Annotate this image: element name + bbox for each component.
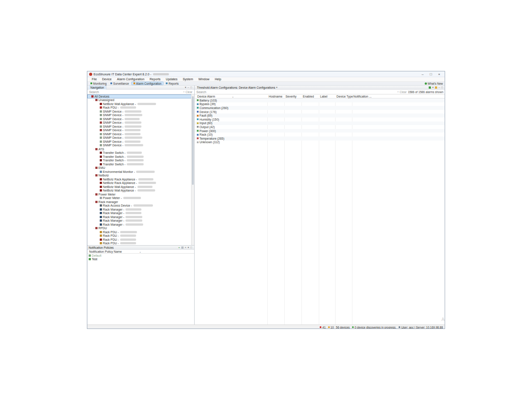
tree-item[interactable]: Rack PDU - — [87, 230, 194, 234]
close-button[interactable]: × — [438, 71, 440, 77]
device-alarm-row[interactable]: Device (176) — [195, 110, 445, 114]
column-header[interactable]: Device Alarm — [197, 94, 215, 98]
column-header[interactable]: Hostname — [269, 94, 282, 98]
column-header[interactable]: Notification ... — [353, 94, 372, 98]
tree-scrollbar[interactable] — [191, 94, 194, 245]
menu-item[interactable]: Device — [99, 77, 114, 82]
view-toolbar-icon[interactable]: ▾ — [185, 86, 186, 90]
tree-item[interactable]: - Power Meter — [87, 192, 194, 196]
clear-alarms-button[interactable]: × Clear — [397, 90, 407, 94]
tree-item[interactable]: - EMU — [87, 166, 194, 170]
tree-item[interactable]: Environmental Monitor - — [87, 170, 194, 174]
device-alarm-row[interactable]: Humidity (150) — [195, 117, 445, 121]
tree-item[interactable]: - ATS — [87, 147, 194, 151]
policy-row[interactable]: Default — [87, 254, 194, 258]
alarm-search-input[interactable]: Search — [196, 90, 397, 94]
tree-item[interactable]: Rack PDU - — [87, 238, 194, 242]
alarm-view-title[interactable]: Threshold Alarm Configurations: Device A… — [196, 86, 276, 89]
tree-item[interactable]: Rack Manager - — [87, 207, 194, 211]
menu-item[interactable]: Updates — [163, 77, 180, 82]
tree-item[interactable]: SNMP Device - — [87, 117, 194, 121]
tree-item[interactable]: Rack PDU - — [87, 242, 194, 246]
navigation-tab[interactable]: Navigation — [89, 86, 106, 90]
policy-row[interactable]: Test — [87, 258, 194, 262]
tree-item[interactable]: - Netbotz — [87, 174, 194, 178]
maximize-button[interactable]: □ — [430, 71, 432, 77]
minimize-button[interactable]: – — [422, 71, 423, 77]
tree-item[interactable]: Transfer Switch - — [87, 155, 194, 159]
tree-item[interactable]: - RPDU — [87, 227, 194, 231]
device-alarm-row[interactable]: Bypass (39) — [195, 102, 445, 106]
device-alarm-row[interactable]: Battery (103) — [195, 98, 445, 102]
search-input[interactable]: Search — [89, 90, 183, 94]
tree-item[interactable]: SNMP Device - — [87, 113, 194, 117]
tree-item[interactable]: Rack Manager - — [87, 219, 194, 223]
tree-scrollbar-thumb[interactable] — [192, 96, 194, 185]
alarm-toolbar-icon[interactable] — [429, 86, 431, 89]
tree-item[interactable]: SNMP Device - — [87, 140, 194, 144]
policy-toolbar-icon[interactable]: ▾ — [188, 246, 189, 250]
tree-item[interactable]: - Unassigned — [87, 98, 194, 102]
menu-item[interactable]: Reports — [147, 77, 164, 82]
alarm-toolbar-icon[interactable]: ▾ — [432, 86, 434, 90]
device-alarm-row[interactable]: Unknown (112) — [195, 141, 445, 145]
tree-item[interactable]: Rack PDU - — [87, 234, 194, 238]
tree-item[interactable]: NetBotz Wall Appliance - — [87, 185, 194, 189]
device-alarm-row[interactable]: Fault (69) — [195, 113, 445, 117]
tree-item[interactable]: NetBotz Rack Appliance - — [87, 177, 194, 181]
tree-item[interactable]: SNMP Device - — [87, 110, 194, 113]
tree-item[interactable]: Power Meter - — [87, 196, 194, 200]
tree-item[interactable]: NetBotz Rack Appliance - — [87, 181, 194, 185]
menu-item[interactable]: File — [89, 77, 99, 82]
tree-item[interactable]: Transfer Switch - — [87, 162, 194, 166]
perspective-tab[interactable]: Reports — [164, 82, 180, 85]
device-alarm-row[interactable]: Input (60) — [195, 121, 445, 125]
column-header[interactable]: Label — [320, 94, 328, 98]
tree-item[interactable]: NetBotz Wall Appliance - — [87, 189, 194, 193]
tree-item[interactable]: Rack Manager - — [87, 215, 194, 219]
perspective-tab[interactable]: Monitoring — [89, 82, 108, 85]
clear-search-button[interactable]: × Clear — [183, 90, 192, 94]
device-alarm-row[interactable]: Power (300) — [195, 129, 445, 133]
tree-item[interactable]: Transfer Switch - — [87, 151, 194, 155]
device-alarm-row[interactable]: Rack (10) — [195, 133, 445, 137]
alarm-toolbar-icon[interactable]: □ — [441, 86, 443, 90]
device-alarm-row[interactable]: Output (42) — [195, 125, 445, 129]
tree-item[interactable]: - Rack manager — [87, 200, 194, 204]
tree-item[interactable]: Transfer Switch - — [87, 159, 194, 163]
device-alarm-row[interactable]: Temperature (265) — [195, 137, 445, 141]
tree-item[interactable]: SNMP Device - — [87, 136, 194, 140]
tree-item[interactable]: SNMP Device - — [87, 144, 194, 148]
column-header[interactable]: Severity — [286, 94, 297, 98]
tree-item[interactable]: SNMP Device - — [87, 129, 194, 133]
policy-toolbar-icon[interactable]: + — [178, 246, 180, 250]
view-toolbar-icon[interactable]: □ — [190, 86, 192, 90]
view-menu-icon[interactable]: ▾ — [276, 86, 278, 90]
alarm-toolbar-icon[interactable] — [435, 86, 437, 89]
alarm-toolbar-icon[interactable]: – — [438, 86, 440, 90]
column-header[interactable]: Enabled — [303, 94, 314, 98]
menu-item[interactable]: Window — [196, 77, 212, 82]
perspective-tab[interactable]: Surveillance — [109, 82, 130, 85]
view-toolbar-icon[interactable]: – — [188, 86, 189, 90]
policy-toolbar-icon[interactable]: × — [185, 246, 187, 250]
tree-item[interactable]: Rack Manager - — [87, 211, 194, 215]
device-alarm-row[interactable]: Communication (260) — [195, 106, 445, 110]
tree-item[interactable]: Rack Access Device - — [87, 204, 194, 208]
tree-item[interactable]: SNMP Device - — [87, 125, 194, 129]
tree-item[interactable]: SNMP Device - — [87, 132, 194, 136]
menu-item[interactable]: Alarm Configuration — [114, 77, 147, 82]
policy-toolbar-icon[interactable]: □ — [190, 246, 192, 250]
perspective-tab[interactable]: Alarm Configuration — [131, 82, 164, 85]
tree-item[interactable]: - All Devices — [87, 94, 194, 98]
column-header[interactable]: Device Type — [336, 94, 353, 98]
policy-name-column-header[interactable]: Notification Policy Name ▴ — [87, 250, 194, 254]
tree-item[interactable]: NetBotz Wall Appliance - — [87, 102, 194, 106]
menu-item[interactable]: Help — [212, 77, 223, 82]
whats-new-button[interactable]: What's New — [425, 82, 445, 85]
tree-item[interactable]: SNMP Device - — [87, 121, 194, 125]
tree-item[interactable]: Rack PDU - — [87, 106, 194, 110]
menu-item[interactable]: System — [180, 77, 196, 82]
policy-toolbar-icon[interactable] — [181, 246, 184, 249]
tree-item[interactable]: Rack Manager - — [87, 223, 194, 227]
